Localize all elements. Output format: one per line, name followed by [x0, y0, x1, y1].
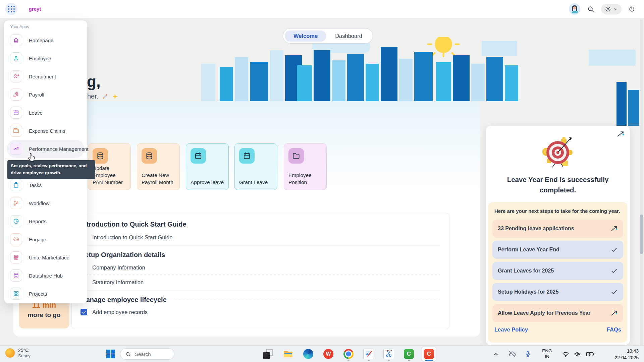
quick-start-item[interactable]: Statutory Information	[80, 279, 440, 286]
avatar[interactable]	[569, 3, 580, 15]
target-illustration	[541, 136, 575, 170]
leave-year-end-panel: Leave Year End is successfully completed…	[486, 126, 630, 345]
taskbar-app-snipping-tool[interactable]	[381, 347, 396, 361]
quick-start-item[interactable]: Company Information	[80, 264, 440, 271]
tab-dashboard[interactable]: Dashboard	[326, 31, 371, 42]
menu-item-leave[interactable]: Leave	[4, 104, 87, 122]
quick-action-create-payroll-month[interactable]: Create New Payroll Month	[137, 143, 180, 190]
check-icon	[610, 267, 618, 275]
scrollbar-thumb[interactable]	[640, 215, 643, 254]
menu-item-label: Homepage	[29, 38, 53, 43]
menu-item-label: Performance Management	[29, 146, 89, 152]
menu-item-performance-management[interactable]: Performance Management	[7, 140, 85, 158]
open-panel-button[interactable]	[616, 130, 625, 138]
menu-item-recruitment[interactable]: Recruitment	[4, 67, 87, 85]
hand-cursor-icon	[27, 151, 37, 162]
menu-item-payroll[interactable]: Payroll	[4, 85, 87, 104]
check-icon	[610, 288, 618, 296]
step-allow-leave-apply[interactable]: Allow Leave Apply for Previous Year	[492, 304, 623, 322]
menu-item-projects[interactable]: Projects	[4, 285, 87, 303]
divider	[80, 290, 440, 291]
home-icon	[13, 37, 19, 44]
folder-icon	[292, 152, 301, 160]
tray-clock[interactable]: 10:43 22-04-2025	[602, 348, 639, 361]
menu-item-unite-marketplace[interactable]: Unite Marketplace	[4, 248, 87, 266]
windows-taskbar: 25°C Sunny W	[0, 345, 644, 362]
tray-show-hidden-icons[interactable]	[492, 346, 500, 362]
menu-item-label: Reports	[29, 219, 47, 224]
scrollbar-track[interactable]	[640, 19, 643, 345]
step-label: Allow Leave Apply for Previous Year	[498, 310, 591, 316]
quick-action-approve-leave[interactable]: Approve leave	[186, 143, 229, 190]
performance-management-tooltip: Set goals, review performance, and drive…	[7, 160, 95, 179]
menu-item-datashare-hub[interactable]: Datashare Hub	[4, 266, 87, 285]
tray-microphone[interactable]	[523, 346, 532, 362]
leave-policy-link[interactable]: Leave Policy	[494, 326, 528, 333]
apps-grid-button[interactable]	[5, 3, 17, 15]
step-setup-holidays[interactable]: Setup Holidays for 2025	[492, 283, 623, 301]
search-input[interactable]	[134, 351, 169, 357]
menu-item-label: Employee	[29, 56, 51, 61]
view-tabs: Welcome Dashboard	[283, 28, 373, 44]
power-icon[interactable]	[628, 6, 635, 13]
weather-temp: 25°C	[18, 347, 31, 353]
menu-item-workflow[interactable]: Workflow	[4, 194, 87, 212]
quick-action-grant-leave[interactable]: Grant Leave	[234, 143, 277, 190]
greeting-subtext: her.	[87, 93, 118, 100]
taskbar-search[interactable]	[120, 348, 174, 360]
menu-item-homepage[interactable]: Homepage	[4, 31, 87, 49]
taskbar-app-file-explorer[interactable]	[281, 347, 296, 361]
start-button[interactable]	[106, 350, 115, 358]
tab-welcome[interactable]: Welcome	[285, 31, 326, 42]
menu-item-expense-claims[interactable]: Expense Claims	[4, 122, 87, 140]
clipboard-icon	[13, 182, 19, 188]
camtasia-recorder-icon: C	[424, 349, 434, 359]
chrome-icon	[343, 349, 354, 359]
quick-action-label: Create New Payroll Month	[142, 172, 175, 186]
database-icon	[96, 152, 105, 160]
taskbar-app-camtasia[interactable]: C	[401, 347, 416, 361]
wallet-icon	[13, 127, 19, 134]
task-view-icon	[263, 349, 273, 359]
taskbar-weather-widget[interactable]: 25°C Sunny	[5, 347, 31, 359]
tray-language-switcher[interactable]: ENG IN	[538, 346, 556, 362]
step-perform-leave-year-end[interactable]: Perform Leave Year End	[492, 241, 623, 259]
skyline-block	[628, 90, 639, 126]
faqs-link[interactable]: FAQs	[607, 326, 621, 333]
search-icon[interactable]	[587, 5, 594, 13]
tray-onedrive[interactable]	[507, 346, 517, 362]
tray-time: 10:43	[602, 348, 639, 354]
skyline-block	[589, 50, 636, 66]
star-icon	[112, 93, 118, 100]
menu-item-engage[interactable]: Engage	[4, 230, 87, 248]
section-title: Setup Organization details	[80, 251, 440, 259]
checkbox-checked[interactable]	[80, 309, 87, 315]
quick-start-item-label: Company Information	[92, 264, 145, 271]
taskbar-app-task-view[interactable]	[261, 347, 275, 361]
menu-item-reports[interactable]: Reports	[4, 212, 87, 230]
tray-battery[interactable]	[584, 346, 596, 362]
quick-action-label: Update Employee PAN Number	[93, 165, 126, 186]
taskbar-app-camtasia-recorder[interactable]: C	[422, 347, 436, 361]
tray-volume[interactable]	[572, 346, 582, 362]
taskbar-app-paint[interactable]	[361, 347, 376, 361]
hand-coins-icon	[13, 91, 19, 98]
quick-action-label: Approve leave	[191, 179, 224, 186]
quick-start-item[interactable]: Add employee records	[80, 309, 440, 315]
settings-menu-button[interactable]	[601, 4, 622, 14]
quick-action-employee-position[interactable]: Employee Position	[284, 143, 327, 190]
menu-item-label: Tasks	[29, 182, 42, 188]
trend-up-icon	[13, 145, 19, 152]
time-left-note: more to go	[28, 311, 60, 319]
taskbar-app-edge[interactable]	[301, 347, 316, 361]
next-steps-intro: Here are your next steps to take for the…	[494, 208, 623, 214]
taskbar-app-wps-office[interactable]: W	[321, 347, 336, 361]
step-pending-leave-applications[interactable]: 33 Pending leave applications	[492, 220, 623, 238]
menu-item-employee[interactable]: Employee	[4, 49, 87, 67]
taskbar-app-chrome[interactable]	[341, 347, 356, 361]
tray-wifi[interactable]	[561, 346, 570, 362]
next-steps-section: Here are your next steps to take for the…	[488, 202, 627, 343]
menu-item-label: Unite Marketplace	[29, 255, 69, 260]
step-grant-leaves[interactable]: Grant Leaves for 2025	[492, 262, 623, 280]
quick-start-item[interactable]: Introduction to Quick Start Guide	[80, 234, 440, 241]
